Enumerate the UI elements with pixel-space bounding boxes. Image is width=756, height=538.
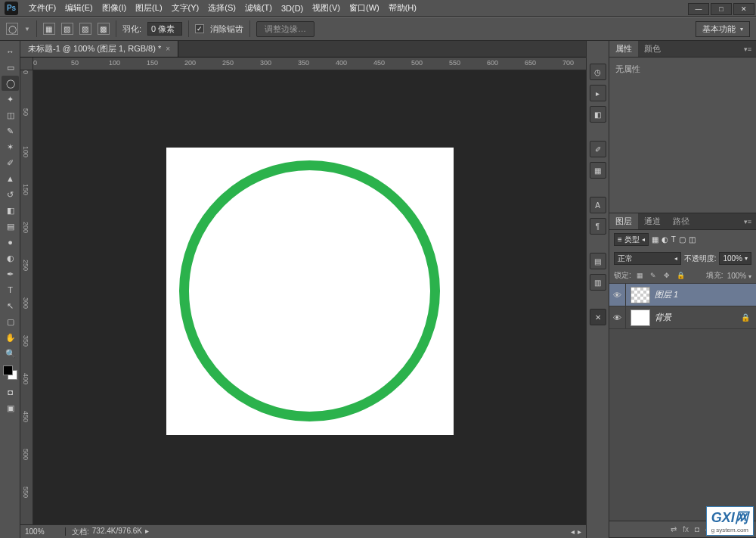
close-button[interactable]: ✕: [733, 3, 754, 15]
menu-help[interactable]: 帮助(H): [384, 0, 421, 16]
close-tab-icon[interactable]: ×: [166, 45, 170, 53]
menu-layer[interactable]: 图层(L): [131, 0, 166, 16]
menu-type[interactable]: 文字(Y): [167, 0, 204, 16]
document-tab[interactable]: 未标题-1 @ 100% (图层 1, RGB/8) * ×: [20, 41, 178, 57]
ruler-vertical[interactable]: 050100150200250300350400450500550: [20, 70, 33, 524]
brush-panel-icon[interactable]: ✐: [590, 141, 606, 157]
visibility-toggle[interactable]: 👁: [609, 306, 626, 328]
tab-color[interactable]: 颜色: [638, 41, 667, 57]
eyedropper-tool[interactable]: ✎: [2, 123, 19, 138]
layer-thumbnail[interactable]: [631, 309, 650, 326]
pen-tool[interactable]: ✒: [2, 266, 19, 281]
move-tool[interactable]: ↔: [2, 44, 19, 59]
menu-window[interactable]: 窗口(W): [345, 0, 384, 16]
screenmode-toggle[interactable]: ▣: [2, 400, 19, 415]
dodge-tool[interactable]: ◐: [2, 250, 19, 266]
crop-tool[interactable]: ◫: [2, 107, 19, 123]
selection-intersect-icon[interactable]: ▩: [98, 23, 110, 35]
history-panel-icon[interactable]: ◷: [590, 64, 606, 80]
tab-properties[interactable]: 属性: [609, 41, 638, 57]
zoom-tool[interactable]: 🔍: [2, 346, 19, 361]
menu-select[interactable]: 选择(S): [203, 0, 240, 16]
lock-transparency-icon[interactable]: ▦: [635, 271, 645, 281]
link-layers-icon[interactable]: ⇄: [671, 525, 677, 533]
scroll-right-icon[interactable]: ▸: [578, 527, 581, 536]
blend-mode-select[interactable]: 正常 ◂: [614, 252, 681, 265]
tool-preset-icon[interactable]: ◯: [6, 23, 18, 35]
actions-panel-icon[interactable]: ▸: [590, 85, 606, 101]
hand-tool[interactable]: ✋: [2, 330, 19, 345]
layer-mask-icon[interactable]: ◘: [695, 525, 699, 533]
filter-pixel-icon[interactable]: ▦: [652, 235, 658, 244]
fill-input[interactable]: 100% ▾: [727, 272, 751, 280]
color-panel-icon[interactable]: ◧: [590, 106, 606, 123]
layer-row[interactable]: 👁 背景 🔒: [609, 306, 756, 329]
marquee-tool[interactable]: ▭: [2, 60, 19, 75]
menu-edit[interactable]: 编辑(E): [60, 0, 98, 16]
layer-name[interactable]: 图层 1: [655, 289, 756, 300]
antialias-checkbox[interactable]: ✓: [195, 24, 204, 33]
layer-thumbnail[interactable]: [631, 287, 650, 303]
tab-layers[interactable]: 图层: [609, 213, 638, 229]
path-select-tool[interactable]: ↖: [2, 298, 19, 313]
wand-tool[interactable]: ✦: [2, 92, 19, 107]
filter-type-icon[interactable]: T: [671, 235, 676, 244]
panel-menu-icon[interactable]: ▾≡: [739, 218, 756, 225]
quickmask-toggle[interactable]: ◘: [2, 384, 19, 400]
selection-add-icon[interactable]: ▧: [61, 23, 73, 35]
paragraph-panel-icon[interactable]: ¶: [590, 218, 606, 235]
lock-all-icon[interactable]: 🔒: [676, 271, 686, 281]
menu-3d[interactable]: 3D(D): [277, 2, 308, 15]
document-info[interactable]: 文档:732.4K/976.6K▸: [66, 527, 155, 537]
history-brush-tool[interactable]: ↺: [2, 187, 19, 202]
filter-adjust-icon[interactable]: ◐: [662, 235, 668, 244]
tools-panel-icon[interactable]: ✕: [590, 309, 606, 325]
character-panel-icon[interactable]: A: [590, 197, 606, 213]
swatches-panel-icon[interactable]: ▦: [590, 162, 606, 179]
layer-kind-filter[interactable]: ≡ 类型 ◂: [614, 233, 649, 246]
maximize-button[interactable]: □: [711, 3, 732, 15]
zoom-level[interactable]: 100%: [20, 527, 66, 536]
workspace-switcher[interactable]: 基本功能▾: [696, 21, 750, 37]
blur-tool[interactable]: ●: [2, 235, 19, 250]
ruler-horizontal[interactable]: 0501001502002503003504004505005506006507…: [33, 58, 586, 70]
tab-channels[interactable]: 通道: [638, 213, 667, 229]
filter-shape-icon[interactable]: ▢: [679, 235, 686, 244]
minimize-button[interactable]: —: [688, 3, 709, 15]
layer-style-icon[interactable]: fx: [683, 525, 689, 533]
stamp-tool[interactable]: ▲: [2, 171, 19, 186]
heal-tool[interactable]: ✶: [2, 139, 19, 154]
brush-tool[interactable]: ✐: [2, 155, 19, 170]
menu-view[interactable]: 视图(V): [308, 0, 345, 16]
gradient-tool[interactable]: ▤: [2, 219, 19, 234]
menu-file[interactable]: 文件(F): [24, 0, 60, 16]
menu-image[interactable]: 图像(I): [98, 0, 131, 16]
refine-edge-button[interactable]: 调整边缘…: [256, 21, 314, 37]
canvas-area: 0501001502002503003504004505005506006507…: [20, 58, 586, 524]
info-panel-icon[interactable]: ▥: [590, 274, 606, 291]
canvas-stage[interactable]: [33, 70, 586, 512]
scroll-left-icon[interactable]: ◂: [571, 527, 575, 536]
navigator-panel-icon[interactable]: ▤: [590, 253, 606, 269]
lasso-tool[interactable]: ◯: [2, 76, 19, 91]
lock-position-icon[interactable]: ✥: [662, 271, 672, 281]
opacity-input[interactable]: 100% ▾: [719, 252, 751, 265]
shape-tool[interactable]: ▢: [2, 314, 19, 329]
visibility-toggle[interactable]: 👁: [609, 284, 626, 306]
lock-pixels-icon[interactable]: ✎: [649, 271, 658, 281]
tab-paths[interactable]: 路径: [667, 213, 696, 229]
color-swatches[interactable]: [3, 365, 17, 380]
selection-new-icon[interactable]: ▦: [43, 23, 55, 35]
menu-filter[interactable]: 滤镜(T): [240, 0, 277, 16]
feather-input[interactable]: [147, 22, 182, 36]
filter-smart-icon[interactable]: ◫: [689, 235, 696, 244]
type-tool[interactable]: T: [2, 282, 19, 297]
selection-subtract-icon[interactable]: ▨: [79, 23, 91, 35]
layer-row[interactable]: 👁 图层 1: [609, 284, 756, 306]
layer-lock-row: 锁定: ▦ ✎ ✥ 🔒 填充: 100% ▾: [609, 268, 756, 284]
eraser-tool[interactable]: ◧: [2, 203, 19, 218]
foreground-swatch[interactable]: [3, 365, 13, 375]
panel-menu-icon[interactable]: ▾≡: [739, 45, 756, 53]
chevron-down-icon[interactable]: ▼: [24, 26, 30, 33]
layer-name[interactable]: 背景: [655, 312, 741, 323]
